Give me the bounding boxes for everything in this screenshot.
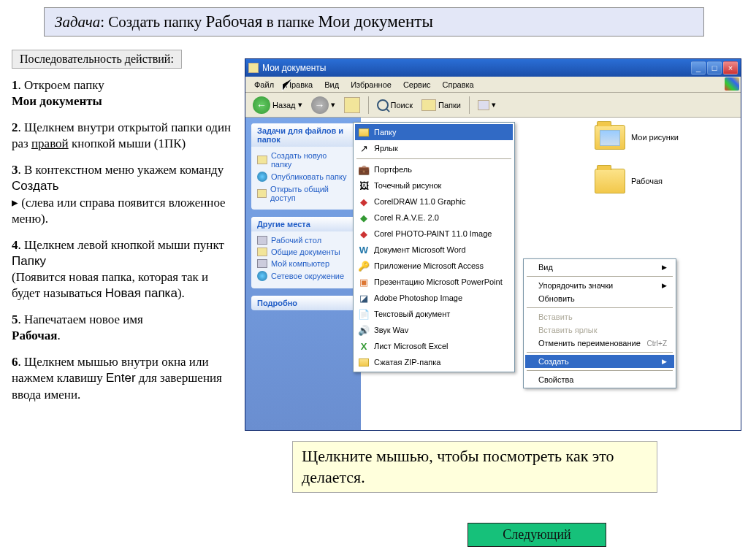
ctx-properties[interactable]: Свойства [525,373,674,386]
views-button[interactable]: ▾ [475,99,499,112]
steps-list: 1. Откроем папкуМои документы 2. Щелкнем… [12,77,238,403]
window-title: Мои документы [262,63,326,73]
task-publish[interactable]: Опубликовать папку [257,170,349,183]
maximize-button[interactable]: □ [707,61,722,74]
mi-text[interactable]: 📄Текстовый документ [355,306,513,322]
menu-file[interactable]: Файл [248,79,280,91]
windows-logo-icon [725,77,739,91]
task-header: Задача: Создать папку Рабочая в папке Мо… [44,7,704,37]
folder-icon [595,169,625,193]
place-desktop[interactable]: Рабочий стол [257,234,349,246]
mi-access[interactable]: 🔑Приложение Microsoft Access [355,258,513,274]
mi-shortcut[interactable]: ↗Ярлык [355,140,513,156]
menu-view[interactable]: Вид [318,79,345,91]
folder-icon [248,63,259,73]
ctx-arrange[interactable]: Упорядочить значки▶ [525,279,674,292]
ctx-paste[interactable]: Вставить [525,310,674,323]
task-label: Задача [55,13,100,31]
mi-briefcase[interactable]: 💼Портфель [355,161,513,177]
menu-fav[interactable]: Избранное [345,79,397,91]
place-shared[interactable]: Общие документы [257,246,349,258]
search-button[interactable]: Поиск [374,98,416,112]
mi-bitmap[interactable]: 🖼Точечный рисунок [355,177,513,193]
back-button[interactable]: ←Назад ▾ [250,95,305,115]
menu-service[interactable]: Сервис [397,79,437,91]
task-new-folder[interactable]: Создать новую папку [257,150,349,170]
tasks-card: Задачи для файлов и папок Создать новую … [251,123,355,210]
ctx-undo[interactable]: Отменить переименованиеCtrl+Z [525,337,674,350]
minimize-button[interactable]: _ [691,61,706,74]
menubar: Файл Правка Вид Избранное Сервис Справка [245,77,741,93]
mi-folder[interactable]: Папку [355,124,513,140]
folder-icon [595,125,625,150]
window-titlebar[interactable]: Мои документы _ □ × [245,59,741,77]
toolbar: ←Назад ▾ →▾ Поиск Папки ▾ [245,93,741,118]
places-card: Другие места Рабочий стол Общие документ… [251,217,355,288]
mi-word[interactable]: WДокумент Microsoft Word [355,242,513,258]
mi-excel[interactable]: XЛист Microsoft Excel [355,338,513,354]
new-submenu: Папку ↗Ярлык 💼Портфель 🖼Точечный рисунок… [353,122,515,372]
mi-zip[interactable]: Сжатая ZIP-папка [355,354,513,370]
mi-corelpaint[interactable]: ◆Corel PHOTO-PAINT 11.0 Image [355,226,513,242]
mi-photoshop[interactable]: ◪Adobe Photoshop Image [355,290,513,306]
folders-button[interactable]: Папки [419,98,464,112]
sequence-label: Последовательность действий: [12,50,182,69]
mi-wav[interactable]: 🔊Звук Wav [355,322,513,338]
side-panel: Задачи для файлов и папок Создать новую … [245,118,361,430]
ctx-refresh[interactable]: Обновить [525,292,674,305]
place-mycomputer[interactable]: Мой компьютер [257,258,349,269]
item-work-folder[interactable]: Рабочая [595,169,663,193]
details-card: Подробно [251,296,355,310]
ctx-create[interactable]: Создать▶ [525,355,674,368]
close-button[interactable]: × [723,61,738,74]
mi-powerpoint[interactable]: ▣Презентацию Microsoft PowerPoint [355,274,513,290]
item-my-pictures[interactable]: Мои рисунки [595,125,679,150]
click-hint: Щелкните мышью, чтобы посмотреть как это… [292,441,657,493]
up-button[interactable] [341,96,363,115]
task-share[interactable]: Открыть общий доступ [257,183,349,204]
forward-button[interactable]: →▾ [308,95,338,115]
place-network[interactable]: Сетевое окружение [257,269,349,283]
ctx-paste-link[interactable]: Вставить ярлык [525,323,674,337]
menu-edit[interactable]: Правка [280,79,318,91]
mi-coreldraw[interactable]: ◆CorelDRAW 11.0 Graphic [355,193,513,210]
ctx-view[interactable]: Вид▶ [525,261,674,274]
context-menu: Вид▶ Упорядочить значки▶ Обновить Встави… [523,258,676,388]
next-button[interactable]: Следующий [468,523,606,547]
menu-help[interactable]: Справка [437,79,480,91]
mi-corelrave[interactable]: ◆Corel R.A.V.E. 2.0 [355,210,513,226]
